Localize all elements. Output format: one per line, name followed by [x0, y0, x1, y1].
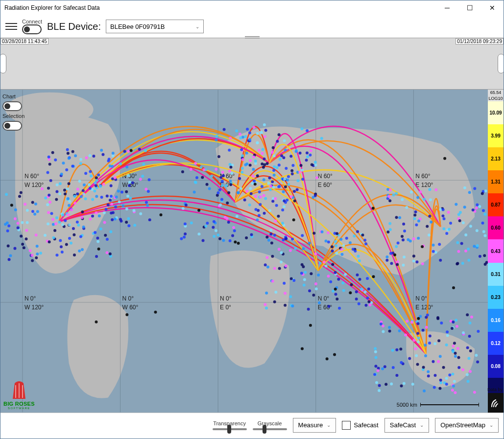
svg-point-507 [127, 150, 130, 153]
svg-point-208 [240, 171, 243, 174]
svg-point-203 [254, 208, 257, 211]
svg-point-302 [414, 210, 417, 213]
svg-point-484 [325, 265, 328, 268]
svg-point-419 [271, 279, 274, 282]
svg-point-378 [441, 214, 444, 217]
minimize-button[interactable]: ─ [436, 0, 458, 15]
safecast-checkbox-wrap[interactable]: Safecast [342, 421, 379, 430]
svg-point-87 [47, 223, 49, 226]
svg-point-866 [254, 183, 257, 185]
svg-point-258 [261, 185, 264, 188]
svg-point-814 [434, 374, 437, 377]
attribution-label: Data by [487, 387, 503, 392]
svg-point-297 [429, 198, 432, 201]
svg-text:W 120°: W 120° [24, 304, 44, 311]
safecast-checkbox[interactable] [342, 421, 351, 430]
svg-point-697 [254, 160, 257, 162]
svg-point-744 [382, 330, 384, 333]
svg-point-501 [356, 274, 359, 277]
svg-point-450 [367, 288, 370, 291]
svg-point-873 [130, 149, 133, 152]
svg-point-148 [251, 182, 254, 185]
svg-point-770 [406, 320, 408, 323]
grayscale-label: Grayscale [258, 420, 282, 426]
svg-point-398 [331, 245, 334, 248]
layer1-select[interactable]: SafeCast ⌄ [384, 418, 429, 433]
map-area[interactable]: Chart Selection N 60°W 120°N 60°W 60°N 6… [0, 90, 504, 413]
svg-point-330 [396, 260, 399, 263]
svg-point-709 [248, 138, 251, 141]
svg-point-571 [51, 151, 54, 154]
svg-point-118 [21, 243, 24, 246]
svg-point-229 [190, 222, 193, 225]
layer2-select[interactable]: OpenStreetMap ⌄ [435, 418, 499, 433]
svg-point-105 [36, 210, 39, 213]
svg-point-644 [261, 152, 264, 155]
chevron-down-icon: ⌄ [195, 24, 199, 29]
svg-point-240 [273, 165, 276, 168]
svg-point-811 [384, 383, 387, 386]
timeline-handle-right[interactable] [498, 54, 504, 73]
svg-point-96 [106, 238, 109, 241]
measure-select[interactable]: Measure ⌄ [293, 418, 336, 433]
svg-point-420 [314, 282, 317, 285]
close-button[interactable]: ✕ [481, 0, 504, 15]
svg-point-738 [248, 131, 251, 134]
svg-point-83 [33, 213, 36, 216]
selection-toggle[interactable] [2, 121, 22, 131]
svg-point-213 [222, 239, 225, 242]
svg-point-242 [227, 191, 230, 194]
svg-point-379 [430, 221, 432, 224]
svg-point-422 [308, 242, 311, 245]
svg-point-310 [392, 193, 395, 196]
svg-point-109 [104, 234, 107, 237]
timeline-resize-grip[interactable] [245, 36, 260, 39]
svg-point-256 [230, 172, 233, 175]
svg-point-63 [35, 256, 38, 259]
svg-point-618 [127, 217, 130, 220]
svg-point-372 [428, 233, 431, 236]
svg-point-429 [265, 292, 268, 295]
svg-point-138 [25, 237, 28, 240]
ble-device-select[interactable]: BLEBee 0F09791B ⌄ [106, 20, 204, 33]
connect-toggle[interactable] [22, 24, 42, 34]
svg-point-250 [195, 176, 198, 179]
svg-point-580 [112, 155, 115, 158]
svg-point-556 [68, 204, 71, 207]
svg-point-685 [298, 171, 301, 174]
svg-point-356 [413, 217, 416, 220]
svg-point-546 [139, 178, 142, 181]
svg-point-293 [476, 229, 479, 232]
svg-text:N 60°: N 60° [318, 173, 333, 180]
svg-point-146 [17, 227, 20, 230]
transparency-slider[interactable] [213, 428, 247, 430]
svg-point-626 [249, 187, 252, 190]
svg-text:N 0°: N 0° [415, 295, 427, 302]
svg-point-140 [70, 208, 73, 211]
svg-point-719 [283, 200, 286, 203]
svg-point-545 [48, 156, 50, 159]
chart-toggle[interactable] [2, 101, 22, 111]
brand-logo: BIG ROSES SOFTWARE [3, 378, 35, 410]
svg-point-792 [422, 329, 425, 332]
svg-point-859 [403, 382, 406, 385]
svg-point-797 [469, 370, 472, 373]
svg-point-740 [258, 149, 261, 152]
svg-point-126 [111, 218, 114, 221]
svg-point-869 [301, 347, 304, 350]
svg-point-678 [256, 141, 259, 144]
maximize-button[interactable]: ☐ [458, 0, 481, 15]
timeline-handle-left[interactable] [0, 54, 6, 73]
timeline-strip[interactable]: 03/28/2018 11:43:45 01/12/2018 09:23:29 [0, 38, 504, 90]
svg-point-435 [344, 273, 347, 276]
svg-point-431 [336, 252, 338, 255]
menu-icon[interactable] [5, 21, 17, 32]
svg-point-634 [245, 190, 248, 193]
svg-point-271 [473, 187, 476, 190]
svg-point-794 [374, 365, 377, 368]
svg-point-331 [482, 230, 485, 233]
svg-point-347 [402, 264, 405, 267]
svg-point-599 [109, 199, 112, 202]
svg-point-750 [437, 339, 440, 342]
grayscale-slider[interactable] [253, 428, 287, 430]
